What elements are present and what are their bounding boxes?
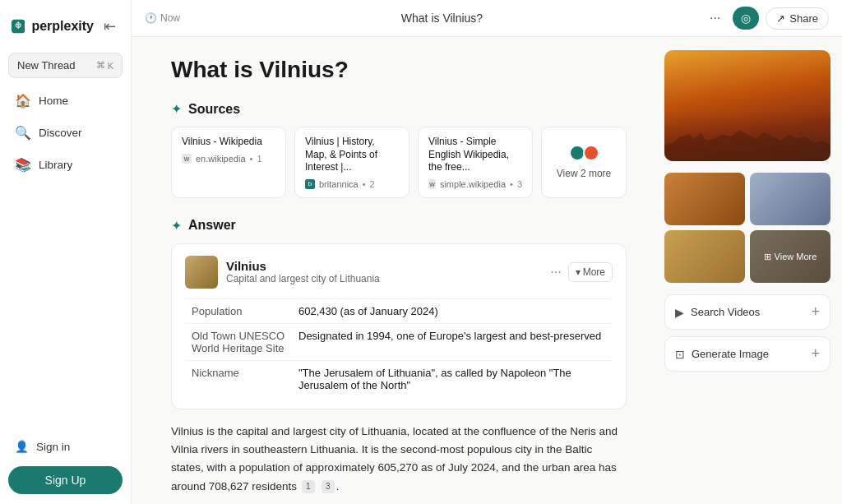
source-favicon-1: w [182,154,192,164]
citation-2[interactable]: 3 [322,480,335,493]
source-count-2: 2 [370,179,375,189]
share-button[interactable]: ↗ Share [766,7,829,30]
source-count-3: 3 [517,179,522,189]
main-image[interactable] [664,50,830,161]
content-area: What is Vilnius? ✦ Sources Vilnius - Wik… [132,37,842,504]
answer-more-dropdown-button[interactable]: ▾ More [568,262,613,282]
image-thumb-4[interactable]: ⊞ View More [750,230,830,283]
sign-in-label: Sign in [36,441,70,453]
page-title: What is Vilnius? [171,57,627,83]
sidebar-item-home-label: Home [39,95,68,107]
collapse-sidebar-button[interactable]: ⇤ [100,16,119,37]
source-card-1[interactable]: Vilnius - Wikipedia w en.wikipedia • 1 [171,127,286,198]
new-thread-shortcut: ⌘ K [96,60,113,71]
search-videos-label: Search Videos [691,306,760,318]
table-row-heritage: Old Town UNESCO World Heritage Site Desi… [185,323,613,360]
view-more-icon-2 [583,145,599,161]
sign-in-item[interactable]: 👤 Sign in [8,433,123,460]
vilnius-thumbnail [185,256,218,289]
search-videos-row[interactable]: ▶ Search Videos + [664,294,830,330]
heritage-value: Designated in 1994, one of Europe's larg… [292,323,613,360]
sidebar-bottom: 👤 Sign in Sign Up [8,433,123,494]
source-site-2: britannica [319,179,359,189]
heritage-label: Old Town UNESCO World Heritage Site [185,323,292,360]
vilnius-info-card: Vilnius Capital and largest city of Lith… [171,243,627,409]
home-icon: 🏠 [15,93,31,109]
image-gen-icon: ⊡ [675,348,685,361]
video-icon: ▶ [675,306,684,319]
vilnius-info: Vilnius Capital and largest city of Lith… [226,259,542,284]
answer-title: Answer [188,218,236,233]
sidebar-item-home[interactable]: 🏠 Home [8,86,123,115]
share-icon: ↗ [776,12,785,25]
source-favicon-2: b [305,179,315,189]
image-grid: ⊞ View More [664,173,830,283]
topbar-more-button[interactable]: ··· [704,7,726,30]
source-count-1: 1 [257,154,261,164]
generate-image-plus-icon: + [811,345,820,363]
focus-button[interactable]: ◎ [733,7,759,30]
table-row-population: Population 602,430 (as of January 2024) [185,298,613,323]
logo-area: perplexity ⇤ [8,10,123,49]
vilnius-card-header: Vilnius Capital and largest city of Lith… [185,256,613,289]
source-num-2: • [363,179,366,189]
answer-icon: ✦ [171,218,182,234]
sidebar-item-library[interactable]: 📚 Library [8,150,123,179]
table-row-nickname: Nickname "The Jerusalem of Lithuania", a… [185,360,613,397]
new-thread-button[interactable]: New Thread ⌘ K [8,53,123,78]
view-more-icons [569,145,599,161]
source-card-2[interactable]: Vilnius | History, Map, & Points of Inte… [294,127,409,198]
body-paragraph-1: Vilnius is the capital and largest city … [171,423,627,496]
answer-card-actions: ··· ▾ More [550,262,613,282]
source-meta-1: w en.wikipedia • 1 [182,154,275,164]
sources-grid: Vilnius - Wikipedia w en.wikipedia • 1 V… [171,127,627,198]
generate-image-row[interactable]: ⊡ Generate Image + [664,336,830,372]
view-more-images-icon: ⊞ [764,252,771,262]
logo-text: perplexity [31,19,94,34]
view-more-images-label: View More [775,252,817,261]
sidebar-item-library-label: Library [39,159,72,171]
image-thumb-2[interactable] [750,173,830,225]
source-title-3: Vilnius - Simple English Wikipedia, the … [428,136,522,174]
clock-icon: 🕐 [145,12,157,24]
more-dropdown-label: More [583,266,605,278]
population-label: Population [185,298,292,323]
answer-section: ✦ Answer Vilnius Capital and largest cit… [171,218,627,504]
sources-section-header: ✦ Sources [171,101,627,117]
sidebar: perplexity ⇤ New Thread ⌘ K 🏠 Home 🔍 Dis… [0,0,132,504]
sidebar-item-discover[interactable]: 🔍 Discover [8,118,123,147]
image-thumb-3[interactable] [664,230,745,283]
source-num-1: • [250,154,253,164]
generate-image-label: Generate Image [692,348,769,360]
source-title-2: Vilnius | History, Map, & Points of Inte… [305,136,399,174]
source-meta-2: b britannica • 2 [305,179,399,189]
search-videos-left: ▶ Search Videos [675,306,760,319]
citation-1[interactable]: 1 [302,480,315,493]
vilnius-name: Vilnius [226,259,542,273]
view-more-overlay: ⊞ View More [750,230,830,283]
chevron-down-icon: ▾ [576,266,581,278]
source-card-3[interactable]: Vilnius - Simple English Wikipedia, the … [418,127,533,198]
sign-in-icon: 👤 [15,440,29,453]
discover-icon: 🔍 [15,125,31,141]
answer-more-button[interactable]: ··· [550,265,561,280]
source-site-3: simple.wikipedia [440,179,506,189]
answer-section-header: ✦ Answer [171,218,627,234]
vilnius-subtitle: Capital and largest city of Lithuania [226,273,542,284]
signup-button[interactable]: Sign Up [8,466,123,494]
main-wrapper: 🕐 Now What is Vilnius? ··· ◎ ↗ Share Wha… [132,0,842,504]
perplexity-logo-icon [12,15,25,38]
source-site-1: en.wikipedia [196,154,246,164]
sources-icon: ✦ [171,101,182,117]
sidebar-item-discover-label: Discover [39,127,82,139]
topbar: 🕐 Now What is Vilnius? ··· ◎ ↗ Share [132,0,842,37]
nickname-label: Nickname [185,360,292,397]
topbar-title: What is Vilnius? [187,12,697,25]
vilnius-info-table: Population 602,430 (as of January 2024) … [185,298,613,397]
view-more-card[interactable]: View 2 more [541,127,627,198]
main-content: What is Vilnius? ✦ Sources Vilnius - Wik… [132,37,653,504]
topbar-time-label: Now [160,12,180,24]
right-sidebar: ⊞ View More ▶ Search Videos + ⊡ Generate… [653,37,842,504]
search-videos-plus-icon: + [811,303,820,321]
image-thumb-1[interactable] [664,173,745,225]
